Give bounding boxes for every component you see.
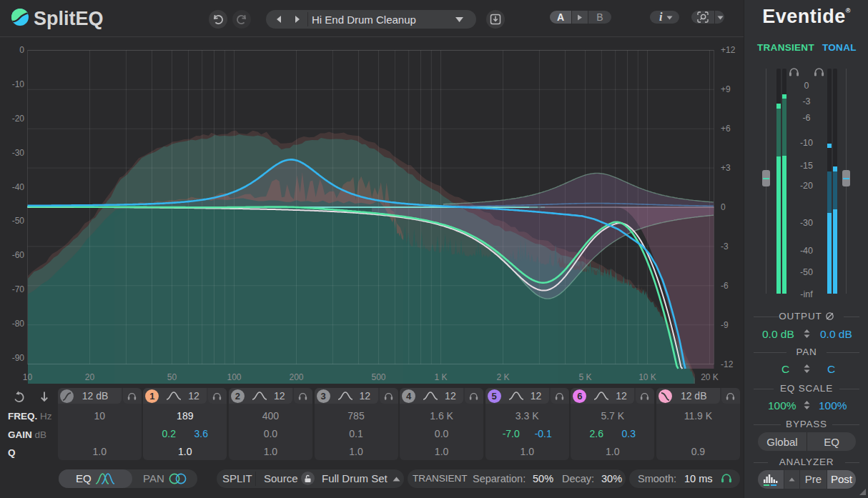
svg-text:-10: -10: [12, 79, 25, 89]
svg-text:+12: +12: [721, 45, 736, 55]
svg-text:-12: -12: [721, 359, 734, 369]
svg-text:10: 10: [23, 372, 33, 382]
svg-text:-9: -9: [721, 320, 729, 330]
svg-text:-20: -20: [12, 114, 25, 124]
svg-text:0: 0: [721, 202, 726, 212]
svg-text:-3: -3: [721, 241, 729, 252]
svg-text:2 K: 2 K: [496, 372, 509, 382]
svg-text:+3: +3: [721, 163, 731, 173]
svg-text:1 K: 1 K: [434, 372, 447, 382]
svg-text:20: 20: [85, 372, 95, 382]
svg-text:5 K: 5 K: [578, 372, 591, 382]
svg-text:-90: -90: [12, 353, 25, 363]
svg-text:-80: -80: [12, 319, 25, 329]
svg-text:-30: -30: [12, 148, 25, 158]
svg-text:+6: +6: [721, 124, 731, 134]
svg-text:-6: -6: [721, 281, 729, 291]
svg-text:-50: -50: [12, 216, 25, 226]
svg-text:500: 500: [371, 372, 385, 382]
svg-text:50: 50: [167, 372, 177, 382]
svg-text:-60: -60: [12, 250, 25, 260]
svg-text:+9: +9: [721, 84, 731, 94]
svg-text:200: 200: [289, 372, 303, 382]
svg-text:-40: -40: [12, 182, 25, 192]
svg-text:100: 100: [227, 372, 241, 382]
svg-text:20 K: 20 K: [701, 372, 719, 382]
svg-text:10 K: 10 K: [638, 372, 656, 382]
svg-text:-70: -70: [12, 284, 25, 294]
svg-text:0: 0: [19, 45, 24, 55]
